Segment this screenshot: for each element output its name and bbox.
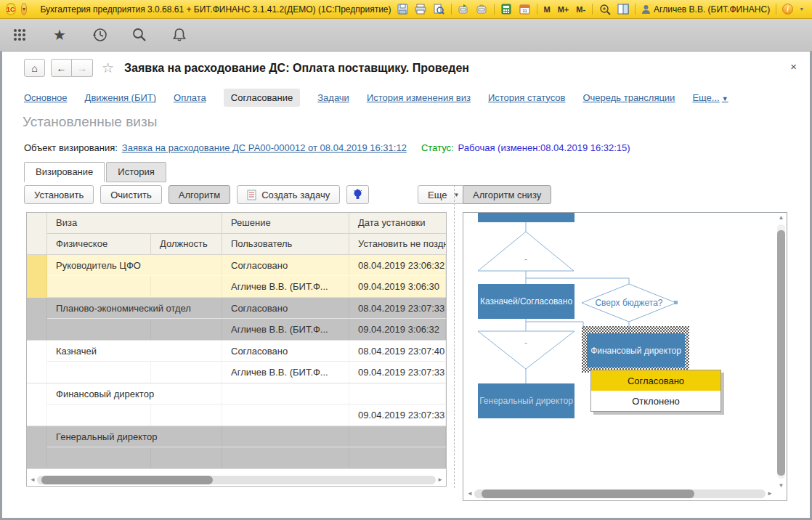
flowchart-horizontal-scrollbar[interactable]: ◄ ►: [466, 489, 774, 498]
nav-item-ochered-translyacii[interactable]: Очередь трансляции: [582, 92, 675, 103]
print-icon[interactable]: [415, 4, 427, 15]
cell-person: [47, 276, 151, 297]
col-header-date-set[interactable]: Дата установки: [349, 213, 446, 233]
scroll-up-icon[interactable]: ▲: [776, 214, 786, 221]
main-menu-button[interactable]: ▼: [21, 3, 28, 15]
col-header-user[interactable]: Пользователь: [222, 234, 349, 255]
object-link[interactable]: Заявка на расходование ДС РА00-000012 от…: [122, 142, 407, 153]
split-window-icon[interactable]: [617, 4, 629, 15]
app-logo-icon[interactable]: 1С: [6, 3, 16, 15]
row-marker: [27, 426, 47, 468]
notifications-bell-icon[interactable]: [171, 27, 187, 43]
command-bar: Установить Очистить Алгоритм Создать зад…: [24, 185, 803, 206]
tab-strip: Визирование История: [24, 162, 168, 182]
scrollbar-thumb[interactable]: [777, 230, 785, 476]
nav-item-dvizheniya-bit[interactable]: Движения (БИТ): [85, 92, 156, 103]
nav-item-istoriya-statusov[interactable]: История статусов: [488, 92, 566, 103]
marker-column-header: [27, 213, 47, 255]
scroll-right-icon[interactable]: ►: [436, 476, 444, 484]
cell-visa: Казначей: [47, 341, 222, 361]
table-row[interactable]: Казначей Согласовано 08.04.2019 23:07:40…: [27, 341, 446, 383]
history-clock-icon[interactable]: [92, 27, 107, 43]
info-caret-icon[interactable]: ▼: [799, 7, 804, 12]
flow-node-treasurer[interactable]: Казначей/Согласовано: [478, 284, 575, 319]
period-m-button[interactable]: M: [543, 5, 551, 14]
apps-grid-icon[interactable]: [12, 27, 28, 43]
table-row[interactable]: Финансовый директор 09.04.2019 23:07:33: [27, 383, 446, 426]
flow-node-gen-director[interactable]: Генеральный директор: [478, 383, 575, 418]
col-header-position[interactable]: Должность: [151, 234, 222, 255]
chevron-down-icon: ▼: [22, 7, 27, 12]
current-user[interactable]: Агличев В.В. (БИТ.ФИНАНС): [641, 4, 770, 15]
form-close-icon[interactable]: ×: [790, 60, 797, 73]
scroll-right-icon[interactable]: ►: [766, 489, 774, 498]
save-icon[interactable]: [397, 4, 409, 15]
table-row[interactable]: Генеральный директор: [27, 426, 446, 469]
cell-visa: Руководитель ЦФО: [47, 255, 222, 275]
nav-item-osnovnoe[interactable]: Основное: [24, 92, 68, 103]
period-m-minus-button[interactable]: M-: [575, 5, 586, 14]
nav-item-soglasovanie-active[interactable]: Согласование: [224, 89, 300, 107]
tab-vizirovanie[interactable]: Визирование: [24, 162, 105, 182]
scroll-left-icon[interactable]: ◄: [28, 476, 37, 484]
clear-visa-button[interactable]: Очистить: [100, 185, 162, 204]
calendar-icon[interactable]: 31: [519, 4, 531, 15]
forward-button[interactable]: →: [72, 59, 93, 77]
cell-date-set: [349, 426, 446, 447]
cell-decision: Согласовано: [222, 255, 349, 275]
cell-date-set: 08.04.2019 23:07:40: [349, 341, 446, 361]
menu-item-decline[interactable]: Отклонено: [591, 391, 720, 411]
cell-position: [151, 362, 222, 383]
scroll-down-icon[interactable]: ▼: [776, 482, 786, 489]
algorithm-bottom-button[interactable]: Алгоритм снизу: [463, 185, 551, 204]
divider: [451, 4, 452, 15]
flowchart-vertical-scrollbar[interactable]: ▲ ▼: [776, 214, 786, 489]
info-icon[interactable]: i: [782, 4, 793, 15]
cell-user: Агличев В.В. (БИТ.Ф...: [222, 319, 349, 340]
post-documents-icon[interactable]: [476, 4, 488, 15]
create-task-button[interactable]: Создать задачу: [237, 185, 340, 204]
window-titlebar: 1С ▼ Бухгалтерия предприятия 3.0.68.61 +…: [0, 0, 812, 19]
scrollbar-track[interactable]: [777, 224, 785, 479]
menu-item-approve[interactable]: Согласовано: [591, 370, 720, 391]
zoom-icon[interactable]: [598, 4, 611, 15]
tab-istoriya[interactable]: История: [106, 162, 166, 182]
lamp-button[interactable]: [346, 185, 369, 204]
nav-item-zadachi[interactable]: Задачи: [317, 92, 349, 103]
favorite-star-icon[interactable]: ☆: [102, 60, 114, 76]
cell-position: [151, 319, 222, 340]
calculator-icon[interactable]: [500, 4, 513, 15]
col-header-person[interactable]: Физическое: [47, 234, 151, 255]
search-magnifier-icon[interactable]: [131, 27, 147, 43]
set-visa-button[interactable]: Установить: [24, 185, 94, 204]
post-document-icon[interactable]: [458, 4, 470, 15]
print-preview-icon[interactable]: [433, 4, 445, 15]
table-horizontal-scrollbar[interactable]: ◄ ►: [28, 476, 444, 484]
nav-item-istoriya-viz[interactable]: История изменения виз: [367, 92, 471, 103]
col-header-decision[interactable]: Решение: [222, 213, 349, 233]
col-header-visa[interactable]: Виза: [47, 213, 222, 233]
scrollbar-track[interactable]: [474, 489, 766, 498]
scrollbar-thumb[interactable]: [41, 476, 213, 484]
flow-triangle-label: -: [511, 338, 540, 348]
nav-item-oplata[interactable]: Оплата: [174, 92, 206, 103]
scrollbar-thumb[interactable]: [482, 489, 694, 498]
flow-node-top-partial[interactable]: [478, 213, 575, 222]
flow-decision-over-budget[interactable]: Сверх бюджета?: [582, 298, 676, 308]
home-button[interactable]: ⌂: [24, 59, 45, 77]
scrollbar-track[interactable]: [37, 476, 436, 484]
scroll-left-icon[interactable]: ◄: [466, 489, 474, 498]
more-button[interactable]: Еще▼: [418, 185, 469, 204]
algorithm-button[interactable]: Алгоритм: [169, 185, 230, 204]
main-toolbar: ★: [0, 19, 812, 52]
panel-splitter[interactable]: [454, 185, 455, 488]
favorites-star-icon[interactable]: ★: [52, 27, 68, 43]
back-button[interactable]: ←: [51, 59, 72, 77]
nav-item-more[interactable]: Еще...▼: [692, 92, 728, 103]
col-header-deadline[interactable]: Установить не позднее: [349, 234, 446, 255]
table-row[interactable]: Планово-экономический отдел Согласовано …: [27, 298, 446, 341]
cell-deadline: 09.04.2019 23:07:33: [349, 362, 446, 383]
table-row[interactable]: Руководитель ЦФО Согласовано 08.04.2019 …: [27, 255, 446, 298]
period-m-plus-button[interactable]: M+: [557, 5, 570, 14]
flow-node-fin-director[interactable]: Финансовый директор: [587, 333, 685, 367]
